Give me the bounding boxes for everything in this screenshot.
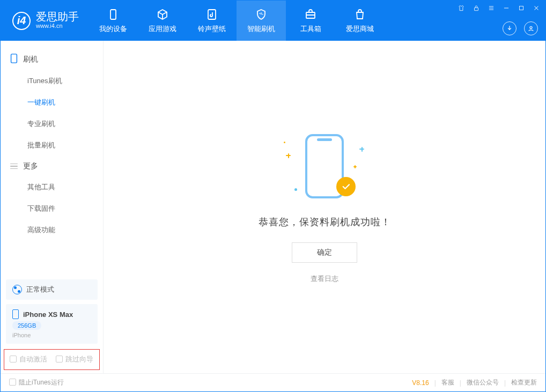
- sidebar-item-other-tools[interactable]: 其他工具: [1, 176, 103, 198]
- footer-link-wechat[interactable]: 微信公众号: [467, 378, 499, 387]
- minimize-icon[interactable]: [500, 3, 512, 13]
- sidebar-item-pro-flash[interactable]: 专业刷机: [1, 113, 103, 135]
- nav-tabs: 我的设备 应用游戏 铃声壁纸 智能刷机 工具箱 爱思商城: [88, 1, 385, 41]
- dot-icon: [294, 188, 297, 191]
- footer-link-support[interactable]: 客服: [441, 378, 454, 387]
- logo-text: 爱思助手 www.i4.cn: [36, 11, 79, 29]
- phone-small-icon: [12, 309, 19, 319]
- sidebar-item-download-firmware[interactable]: 下载固件: [1, 198, 103, 219]
- footer-bar: 阻止iTunes运行 V8.16 | 客服 | 微信公众号 | 检查更新: [1, 373, 545, 391]
- block-itunes-checkbox[interactable]: 阻止iTunes运行: [9, 378, 64, 387]
- svg-point-5: [530, 26, 532, 28]
- view-log-link[interactable]: 查看日志: [311, 275, 338, 284]
- close-icon[interactable]: [530, 3, 542, 13]
- sidebar-item-onekey-flash[interactable]: 一键刷机: [1, 92, 103, 113]
- main-content: 恭喜您，保资料刷机成功啦！ 确定 查看日志: [104, 41, 545, 373]
- dot-icon: [284, 142, 285, 143]
- app-header: i4 爱思助手 www.i4.cn 我的设备 应用游戏 铃声壁纸 智能刷机 工具…: [1, 1, 545, 41]
- checkbox-label: 自动激活: [19, 356, 47, 363]
- storage-badge: 256GB: [12, 321, 41, 330]
- header-actions: [503, 21, 538, 35]
- device-panel[interactable]: iPhone XS Max 256GB iPhone: [6, 304, 98, 344]
- success-message: 恭喜您，保资料刷机成功啦！: [259, 216, 391, 228]
- device-name: iPhone XS Max: [23, 310, 73, 319]
- logo-area: i4 爱思助手 www.i4.cn: [1, 1, 88, 41]
- app-name-en: www.i4.cn: [36, 22, 79, 29]
- cube-icon: [156, 8, 169, 21]
- mode-icon: [12, 285, 22, 294]
- success-illustration: [282, 131, 367, 206]
- nav-toolbox[interactable]: 工具箱: [286, 1, 335, 41]
- sidebar: 刷机 iTunes刷机 一键刷机 专业刷机 批量刷机 更多 其他工具 下载固件 …: [1, 41, 104, 373]
- svg-rect-3: [475, 8, 478, 10]
- app-name-cn: 爱思助手: [36, 11, 79, 22]
- svg-rect-0: [110, 10, 116, 19]
- user-button[interactable]: [524, 21, 538, 35]
- phone-outline-icon: [10, 54, 18, 65]
- download-button[interactable]: [503, 21, 517, 35]
- maximize-icon[interactable]: [515, 3, 527, 13]
- nav-label: 工具箱: [300, 24, 321, 34]
- nav-smart-flash[interactable]: 智能刷机: [237, 1, 286, 41]
- window-controls: [455, 3, 542, 13]
- mode-label: 正常模式: [26, 285, 54, 294]
- checkbox-label: 阻止iTunes运行: [19, 379, 64, 386]
- sidebar-section-flash: 刷机: [1, 48, 103, 70]
- sidebar-item-batch-flash[interactable]: 批量刷机: [1, 135, 103, 156]
- shirt-icon[interactable]: [455, 3, 467, 13]
- bag-icon: [353, 8, 366, 21]
- body-layout: 刷机 iTunes刷机 一键刷机 专业刷机 批量刷机 更多 其他工具 下载固件 …: [1, 41, 545, 373]
- sparkle-icon: [286, 153, 291, 158]
- toolbox-icon: [304, 8, 317, 21]
- nav-ringtone-wallpaper[interactable]: 铃声壁纸: [187, 1, 237, 41]
- version-label: V8.16: [412, 379, 429, 387]
- nav-label: 我的设备: [99, 24, 127, 34]
- lock-icon[interactable]: [470, 3, 482, 13]
- menu-icon[interactable]: [485, 3, 497, 13]
- nav-store[interactable]: 爱思商城: [335, 1, 385, 41]
- footer-link-update[interactable]: 检查更新: [511, 378, 537, 387]
- nav-apps-games[interactable]: 应用游戏: [138, 1, 187, 41]
- logo-icon: i4: [12, 12, 31, 30]
- svg-rect-1: [208, 10, 216, 19]
- auto-activate-checkbox[interactable]: 自动激活: [10, 355, 47, 364]
- footer-right: V8.16 | 客服 | 微信公众号 | 检查更新: [412, 378, 537, 387]
- nav-label: 铃声壁纸: [198, 24, 226, 34]
- section-title: 更多: [23, 161, 38, 171]
- mode-panel[interactable]: 正常模式: [6, 279, 98, 300]
- device-icon: [107, 8, 120, 21]
- list-icon: [10, 162, 18, 170]
- device-panels: 正常模式 iPhone XS Max 256GB iPhone: [1, 274, 103, 349]
- nav-label: 智能刷机: [247, 24, 275, 34]
- skip-guide-checkbox[interactable]: 跳过向导: [56, 355, 93, 364]
- ok-button[interactable]: 确定: [292, 242, 357, 263]
- sidebar-item-itunes-flash[interactable]: iTunes刷机: [1, 70, 103, 92]
- nav-my-device[interactable]: 我的设备: [88, 1, 138, 41]
- sidebar-item-advanced[interactable]: 高级功能: [1, 219, 103, 241]
- sidebar-section-more: 更多: [1, 156, 103, 176]
- svg-rect-6: [11, 54, 17, 63]
- music-doc-icon: [205, 8, 218, 21]
- check-badge-icon: [336, 177, 356, 196]
- options-highlight-box: 自动激活 跳过向导: [4, 349, 100, 370]
- device-type: iPhone: [12, 332, 91, 338]
- shield-icon: [255, 8, 268, 21]
- nav-label: 爱思商城: [346, 24, 374, 34]
- checkbox-label: 跳过向导: [65, 356, 93, 363]
- svg-rect-4: [520, 6, 523, 10]
- section-title: 刷机: [23, 55, 38, 64]
- nav-label: 应用游戏: [149, 24, 176, 34]
- sparkle-icon: [359, 147, 364, 152]
- sparkle-icon: [353, 165, 357, 168]
